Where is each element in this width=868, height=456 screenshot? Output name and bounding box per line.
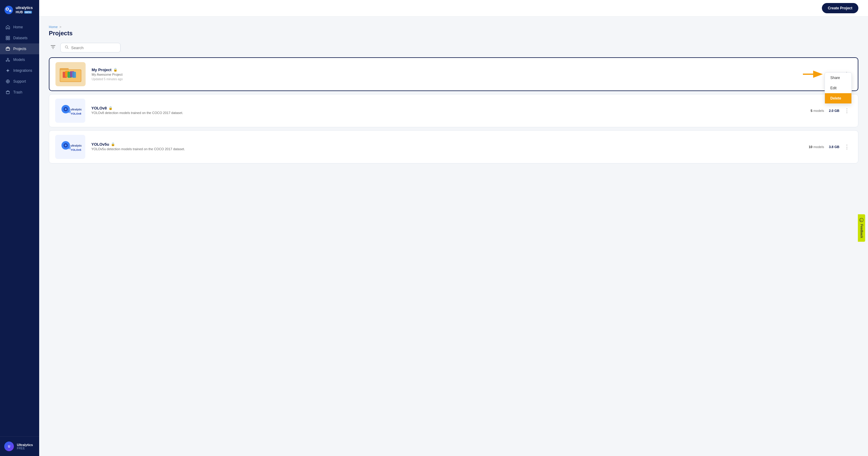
projects-icon (5, 47, 10, 51)
svg-rect-7 (8, 38, 10, 40)
project-card-yolov8[interactable]: ultralytics YOLOv8 YOLOv8 🔒 YOLOv8 detec… (49, 94, 858, 127)
svg-text:ultralytics: ultralytics (70, 108, 82, 111)
size-yolov5u: 3.8 GB (829, 145, 839, 149)
project-name-row: My Project 🔒 (92, 67, 826, 72)
main-content: Create Project Home > Projects (39, 0, 868, 456)
sidebar-nav: Home Datasets Pro (0, 21, 39, 436)
footer-username: Ultralytics (17, 443, 33, 447)
sidebar-item-models[interactable]: Models (0, 54, 39, 65)
logo-title: ultralytics (16, 6, 33, 10)
create-project-button[interactable]: Create Project (822, 3, 858, 13)
lock-icon-yolov8: 🔒 (108, 106, 113, 110)
toolbar (49, 43, 858, 53)
svg-point-2 (9, 10, 11, 12)
filter-button[interactable] (49, 43, 57, 53)
folder-illustration (59, 65, 83, 83)
breadcrumb: Home > (49, 25, 858, 29)
sidebar-item-datasets[interactable]: Datasets (0, 33, 39, 44)
svg-rect-8 (6, 48, 10, 50)
lock-icon: 🔒 (113, 68, 118, 72)
project-meta-yolov5u: 10 models 3.8 GB (809, 145, 839, 149)
size-yolov8: 2.0 GB (829, 109, 839, 113)
svg-point-35 (65, 144, 67, 146)
search-icon (65, 45, 69, 50)
project-thumbnail-yolov5u: ultralytics YOLOv5 (55, 135, 85, 159)
svg-text:☺: ☺ (860, 219, 863, 222)
feedback-tab[interactable]: ☺ Feedback (858, 215, 865, 242)
project-info-yolov5u: YOLOv5u 🔒 YOLOv5u detection models train… (91, 142, 809, 152)
search-input[interactable] (71, 46, 116, 50)
project-name: My Project (92, 67, 112, 72)
project-description: My Awesome Project (92, 73, 826, 76)
sidebar-label-support: Support (13, 79, 26, 84)
sidebar-item-projects[interactable]: Projects (0, 44, 39, 54)
sidebar: ultralytics HUB BETA Home (0, 0, 39, 456)
sidebar-item-integrations[interactable]: Integrations (0, 65, 39, 76)
svg-rect-24 (72, 72, 76, 78)
project-description-yolov5u: YOLOv5u detection models trained on the … (91, 147, 809, 151)
filter-icon (51, 45, 56, 50)
project-name-row-yolov8: YOLOv8 🔒 (91, 106, 810, 110)
user-avatar: U (4, 441, 14, 451)
sidebar-item-support[interactable]: Support (0, 76, 39, 87)
project-thumbnail-my-project (56, 62, 86, 86)
project-name-yolov8: YOLOv8 (91, 106, 107, 110)
svg-point-3 (7, 8, 8, 10)
project-meta-yolov8: 5 models 2.0 GB (810, 109, 839, 113)
sidebar-item-home[interactable]: Home (0, 22, 39, 33)
sidebar-label-projects: Projects (13, 47, 26, 51)
breadcrumb-home[interactable]: Home (49, 25, 58, 29)
logo-text: ultralytics HUB BETA (16, 6, 33, 14)
datasets-icon (5, 36, 10, 40)
more-options-button-yolov8[interactable]: ⋮ (842, 107, 852, 115)
svg-text:YOLOv5: YOLOv5 (70, 148, 82, 151)
arrow-indicator (803, 70, 824, 79)
home-icon (5, 25, 10, 30)
feedback-label: ☺ Feedback (860, 218, 864, 238)
trash-icon (5, 90, 10, 95)
context-menu-share[interactable]: Share (825, 73, 851, 83)
project-name-yolov5u: YOLOv5u (91, 142, 109, 147)
svg-rect-6 (6, 38, 7, 40)
more-options-button-yolov5u[interactable]: ⋮ (842, 143, 852, 151)
project-card-yolov5u[interactable]: ultralytics YOLOv5 YOLOv5u 🔒 YOLOv5u det… (49, 130, 858, 164)
project-thumbnail-yolov8: ultralytics YOLOv8 (55, 98, 85, 123)
footer-plan: FREE (17, 447, 33, 450)
models-icon (5, 57, 10, 62)
project-name-row-yolov5u: YOLOv5u 🔒 (91, 142, 809, 147)
logo-beta: BETA (24, 11, 32, 13)
yolov5u-logo: ultralytics YOLOv5 (59, 139, 82, 155)
search-box (60, 43, 121, 53)
models-count-yolov5u: 10 models (809, 145, 824, 149)
project-info-my-project: My Project 🔒 My Awesome Project Updated … (92, 67, 826, 81)
svg-text:ultralytics: ultralytics (70, 144, 82, 147)
sidebar-label-trash: Trash (13, 90, 22, 94)
context-menu-delete[interactable]: Delete (825, 93, 851, 104)
svg-point-0 (4, 6, 13, 14)
context-menu-edit[interactable]: Edit (825, 83, 851, 93)
models-count-yolov8: 5 models (810, 109, 824, 113)
svg-rect-5 (8, 36, 10, 38)
ultralytics-logo-icon (4, 5, 13, 15)
project-updated: Updated 5 minutes ago (92, 78, 826, 81)
svg-rect-15 (6, 91, 9, 94)
sidebar-footer: U Ultralytics FREE (0, 436, 39, 456)
sidebar-item-trash[interactable]: Trash (0, 87, 39, 98)
integrations-icon (5, 68, 10, 73)
logo[interactable]: ultralytics HUB BETA (0, 0, 39, 21)
project-description-yolov8: YOLOv8 detection models trained on the C… (91, 111, 810, 115)
svg-point-29 (65, 108, 67, 110)
svg-point-14 (7, 81, 8, 82)
sidebar-label-datasets: Datasets (13, 36, 27, 40)
svg-point-16 (65, 46, 68, 48)
sidebar-label-home: Home (13, 25, 23, 29)
arrow-svg (803, 70, 824, 78)
page-title: Projects (49, 30, 858, 37)
top-bar: Create Project (39, 0, 868, 17)
project-card-my-project[interactable]: My Project 🔒 My Awesome Project Updated … (49, 57, 858, 91)
content-area: Home > Projects (39, 17, 868, 456)
sidebar-label-models: Models (13, 58, 25, 62)
footer-user: Ultralytics FREE (17, 443, 33, 450)
support-icon (5, 79, 10, 84)
sidebar-label-integrations: Integrations (13, 68, 32, 73)
